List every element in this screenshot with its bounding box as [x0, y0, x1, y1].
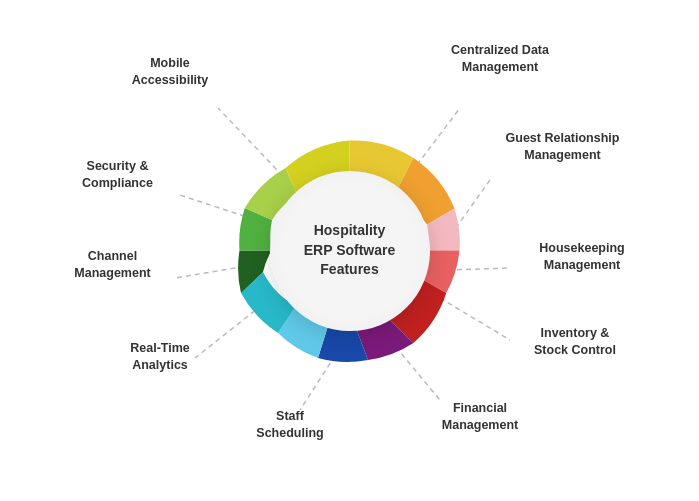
svg-line-4 [440, 298, 510, 340]
svg-line-7 [195, 305, 262, 358]
center-circle: Hospitality ERP Software Features [270, 171, 430, 331]
center-label: Hospitality ERP Software Features [304, 221, 396, 280]
svg-line-3 [448, 268, 510, 270]
diagram-container: Hospitality ERP Software Features Mobile… [0, 0, 699, 501]
